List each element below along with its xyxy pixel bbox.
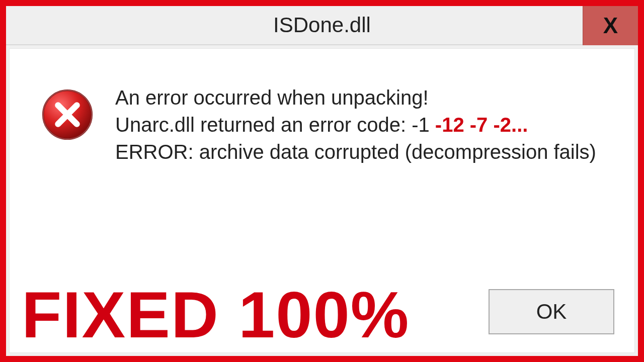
message-row: An error occurred when unpacking! Unarc.… (10, 84, 634, 165)
thumbnail-frame: ISDone.dll X (0, 0, 644, 362)
dialog-titlebar: ISDone.dll X (6, 6, 638, 45)
dialog-client-area: An error occurred when unpacking! Unarc.… (9, 48, 635, 353)
error-icon (40, 87, 95, 142)
dialog-title: ISDone.dll (273, 13, 371, 37)
close-button[interactable]: X (583, 6, 638, 45)
error-line-3: ERROR: archive data corrupted (decompres… (115, 138, 596, 165)
error-message: An error occurred when unpacking! Unarc.… (115, 84, 596, 165)
error-line-2: Unarc.dll returned an error code: -1 -12… (115, 111, 596, 138)
error-codes-overlay: -12 -7 -2... (435, 114, 528, 136)
fixed-overlay-text: FIXED 100% (22, 282, 410, 347)
error-code-prefix: Unarc.dll returned an error code: -1 (115, 114, 435, 136)
ok-button-label: OK (536, 300, 567, 324)
error-line-1: An error occurred when unpacking! (115, 84, 596, 111)
close-icon: X (603, 13, 618, 38)
ok-button[interactable]: OK (489, 289, 614, 334)
